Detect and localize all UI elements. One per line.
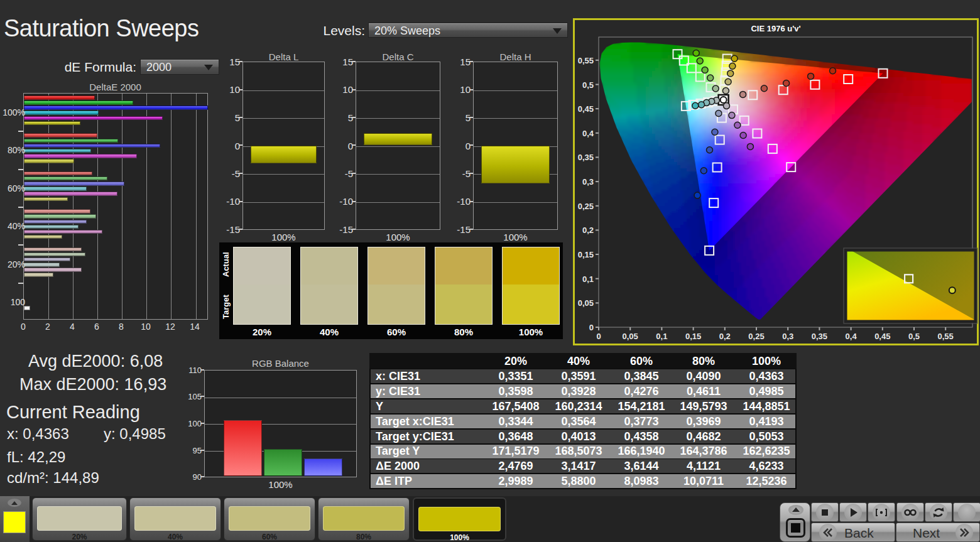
svg-text:0,45: 0,45 bbox=[874, 332, 890, 341]
svg-text:0,3: 0,3 bbox=[582, 177, 594, 187]
svg-text:0,15: 0,15 bbox=[578, 250, 594, 259]
svg-text:CIE 1976 u'v': CIE 1976 u'v' bbox=[751, 24, 800, 33]
svg-text:0,1: 0,1 bbox=[656, 332, 667, 341]
svg-text:0,35: 0,35 bbox=[812, 332, 827, 341]
svg-text:0,25: 0,25 bbox=[578, 202, 594, 211]
svg-text:0,35: 0,35 bbox=[578, 153, 594, 162]
svg-text:0,2: 0,2 bbox=[719, 332, 731, 341]
svg-text:0: 0 bbox=[596, 332, 601, 341]
svg-text:0,5: 0,5 bbox=[908, 332, 920, 341]
svg-text:0,05: 0,05 bbox=[623, 332, 638, 341]
svg-text:0,3: 0,3 bbox=[782, 332, 793, 341]
svg-text:0,1: 0,1 bbox=[582, 274, 594, 284]
svg-text:0: 0 bbox=[589, 323, 594, 332]
svg-text:0,55: 0,55 bbox=[578, 56, 594, 65]
svg-text:0,45: 0,45 bbox=[578, 104, 594, 114]
svg-text:0,25: 0,25 bbox=[748, 332, 764, 341]
svg-text:0,15: 0,15 bbox=[685, 332, 701, 341]
svg-text:0,4: 0,4 bbox=[846, 332, 858, 341]
svg-text:0,05: 0,05 bbox=[578, 298, 594, 308]
svg-text:0,2: 0,2 bbox=[582, 225, 594, 235]
svg-text:0,5: 0,5 bbox=[582, 80, 594, 90]
svg-text:0,55: 0,55 bbox=[938, 332, 954, 341]
svg-text:0,4: 0,4 bbox=[582, 129, 594, 138]
